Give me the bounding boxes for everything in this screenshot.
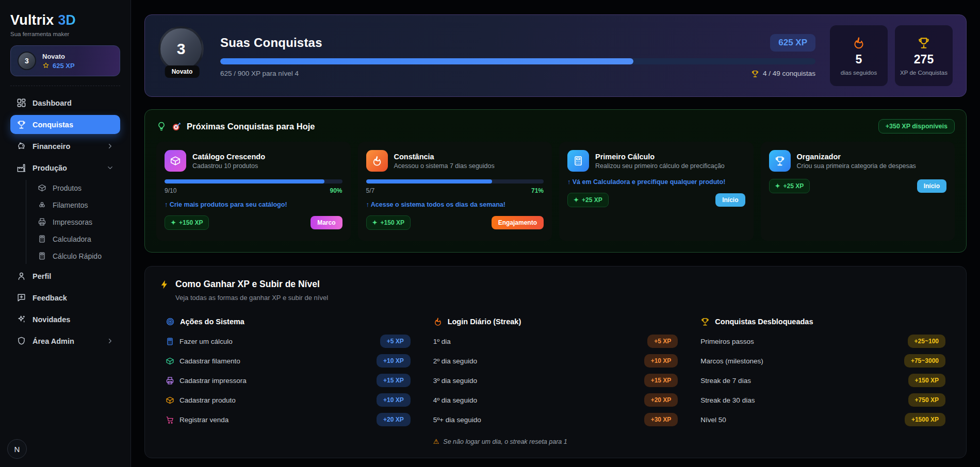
progress-fraction: 9/10	[165, 187, 176, 194]
trophy-icon	[917, 36, 930, 49]
filament-icon	[38, 201, 46, 209]
sidebar-item-calculo-rapido[interactable]: Cálculo Rápido	[32, 248, 120, 264]
page-title: Suas Conquistas	[220, 36, 322, 50]
sidebar-item-area-admin[interactable]: Área Admin	[10, 331, 120, 351]
sparkle-icon: ✦	[574, 196, 579, 204]
piggy-bank-icon	[17, 141, 26, 151]
nav-label: Dashboard	[32, 99, 72, 107]
brand-name: Vultrix	[10, 12, 54, 28]
user-avatar[interactable]: N	[7, 439, 27, 459]
xp-reward-pill: ✦+150 XP	[366, 215, 411, 230]
achievement-title: Catálogo Crescendo	[192, 153, 265, 161]
next-achievements-section: Próximas Conquistas para Hoje +350 XP di…	[144, 109, 967, 253]
flame-icon	[433, 317, 443, 326]
xp-row: Streak de 30 dias +750 XP	[700, 390, 945, 410]
category-tag: Engajamento	[492, 216, 544, 229]
category-tag: Marco	[311, 216, 342, 229]
trophy-icon	[751, 70, 759, 78]
sidebar-item-financeiro[interactable]: Financeiro	[10, 137, 120, 156]
achievement-xp-stat-card: 275 XP de Conquistas	[895, 25, 953, 86]
xp-reward-pill: ✦+25 XP	[567, 193, 609, 207]
xp-value-pill: +30 XP	[644, 413, 678, 426]
sidebar-item-novidades[interactable]: Novidades	[10, 310, 120, 329]
factory-icon	[17, 163, 26, 173]
sidebar: Vultrix 3D Sua ferramenta maker 3 Novato…	[0, 0, 131, 467]
achievements-count: 4 / 49 conquistas	[751, 70, 815, 78]
sidebar-item-produtos[interactable]: Produtos	[32, 180, 120, 196]
column-title: Ações do Sistema	[180, 318, 244, 326]
sidebar-item-dashboard[interactable]: Dashboard	[10, 93, 120, 112]
streak-label: dias seguidos	[841, 70, 877, 76]
nav-label: Conquistas	[32, 121, 73, 129]
nav-label: Cálculo Rápido	[53, 252, 102, 260]
achievement-card-constancia[interactable]: Constância Acessou o sistema 7 dias segu…	[358, 142, 552, 241]
achievement-card-organizador[interactable]: Organizador Criou sua primeira categoria…	[761, 142, 955, 241]
sidebar-item-producao[interactable]: Produção	[10, 158, 120, 177]
xp-row: 2º dia seguido +10 XP	[433, 351, 678, 371]
sidebar-item-feedback[interactable]: Feedback	[10, 288, 120, 307]
xp-row: Nível 50 +1500 XP	[700, 410, 945, 429]
xp-row: 5º+ dia seguido +30 XP	[433, 410, 678, 429]
package-icon	[38, 184, 46, 192]
achievement-xp-value: 275	[914, 53, 934, 66]
level-number: 3	[158, 26, 204, 72]
level-name-badge: Novato	[165, 65, 200, 78]
achievement-title: Constância	[394, 153, 495, 161]
dashboard-icon	[17, 98, 26, 108]
streak-value: 5	[856, 53, 862, 66]
sidebar-item-impressoras[interactable]: Impressoras	[32, 214, 120, 230]
sidebar-nav: Dashboard Conquistas Financeiro Produção…	[10, 93, 120, 351]
xp-column-streak: Login Diário (Streak) 1º dia +5 XP 2º di…	[433, 317, 678, 445]
achievement-tip: ↑ Crie mais produtos para seu catálogo!	[165, 201, 342, 208]
sidebar-divider	[10, 86, 120, 86]
achievement-desc: Realizou seu primeiro cálculo de precifi…	[595, 162, 725, 170]
xp-value-pill: +5 XP	[380, 335, 411, 348]
xp-row: Cadastrar impressora +15 XP	[166, 371, 411, 390]
xp-row: Cadastrar filamento +10 XP	[166, 351, 411, 371]
dart-target-icon	[172, 122, 182, 131]
xp-value-pill: +5 XP	[647, 335, 678, 348]
progress-percent: 90%	[330, 187, 342, 194]
sidebar-item-conquistas[interactable]: Conquistas	[10, 115, 120, 134]
achievement-tip: ↑ Acesse o sistema todos os dias da sema…	[366, 201, 544, 208]
level-badge: 3	[18, 52, 36, 70]
trophy-icon	[700, 317, 710, 326]
package-icon	[166, 357, 174, 365]
sidebar-level-chip[interactable]: 3 Novato 625 XP	[10, 45, 120, 76]
achievement-progress-bar	[165, 179, 342, 184]
printer-icon	[38, 218, 46, 226]
achievement-card-catalogo[interactable]: Catálogo Crescendo Cadastrou 10 produtos…	[156, 142, 351, 241]
sidebar-item-filamentos[interactable]: Filamentos	[32, 197, 120, 213]
level-progress-fill	[220, 58, 633, 64]
brand-suffix: 3D	[58, 12, 76, 28]
calculator-icon	[38, 252, 46, 260]
calculator-icon	[567, 150, 589, 172]
xp-row: Fazer um cálculo +5 XP	[166, 331, 411, 351]
brand-tagline: Sua ferramenta maker	[10, 31, 120, 37]
achievement-progress-bar	[366, 179, 544, 184]
chevron-down-icon	[106, 164, 114, 172]
nav-label: Impressoras	[53, 218, 92, 226]
achievement-desc: Criou sua primeira categoria de despesas	[797, 162, 916, 170]
xp-value-pill: +15 XP	[644, 374, 678, 387]
flame-icon	[852, 36, 865, 49]
xp-value-pill: +150 XP	[908, 374, 945, 387]
column-title: Login Diário (Streak)	[448, 318, 521, 326]
user-icon	[17, 271, 26, 281]
sidebar-item-perfil[interactable]: Perfil	[10, 266, 120, 286]
sparkle-icon: ✦	[372, 219, 378, 226]
printer-icon	[166, 376, 174, 385]
sidebar-item-calculadora[interactable]: Calculadora	[32, 231, 120, 247]
level-xp: 625 XP	[53, 62, 75, 70]
xp-column-achievements: Conquistas Desbloqueadas Primeiros passo…	[700, 317, 945, 445]
streak-warning: ⚠ Se não logar um dia, o streak reseta p…	[433, 438, 678, 445]
category-tag: Início	[715, 193, 745, 207]
xp-row: 3º dia seguido +15 XP	[433, 371, 678, 390]
xp-row: Streak de 7 dias +150 XP	[700, 371, 945, 390]
nav-label: Financeiro	[32, 142, 70, 151]
xp-row: 4º dia seguido +20 XP	[433, 390, 678, 410]
xp-value-pill: +20 XP	[644, 393, 678, 407]
xp-value-pill: +15 XP	[377, 374, 411, 387]
achievement-card-primeiro-calculo[interactable]: Primeiro Cálculo Realizou seu primeiro c…	[559, 142, 754, 241]
app-logo: Vultrix 3D	[10, 12, 120, 28]
